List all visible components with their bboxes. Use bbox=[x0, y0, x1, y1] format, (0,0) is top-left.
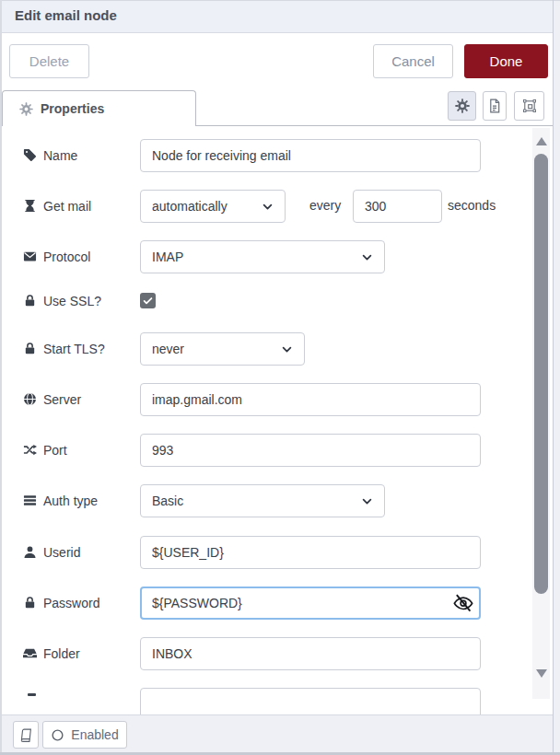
field-label-protocol: Protocol bbox=[23, 249, 90, 264]
eye-slash-icon bbox=[453, 593, 473, 613]
properties-form: Name Get mail automatically every second… bbox=[0, 126, 554, 714]
node-enabled-toggle[interactable]: Enabled bbox=[42, 721, 127, 749]
start-tls-select[interactable]: never bbox=[140, 332, 305, 366]
folder-input[interactable] bbox=[140, 637, 481, 670]
shuffle-icon bbox=[23, 443, 37, 457]
field-label-auth-type: Auth type bbox=[23, 493, 98, 508]
auth-type-select[interactable]: Basic bbox=[140, 484, 385, 517]
toggle-password-visibility-button[interactable] bbox=[453, 593, 473, 613]
dialog-left-border bbox=[0, 0, 2, 752]
chevron-down-icon bbox=[262, 201, 274, 213]
gear-icon bbox=[455, 99, 470, 113]
every-label: every bbox=[309, 198, 341, 214]
tab-properties[interactable]: Properties bbox=[2, 90, 196, 126]
field-label-use-ssl: Use SSL? bbox=[23, 293, 101, 308]
partial-field-icon bbox=[28, 693, 36, 696]
gear-icon bbox=[19, 102, 33, 116]
appearance-view-button[interactable] bbox=[514, 91, 544, 121]
dialog-title: Edit email node bbox=[0, 0, 554, 31]
field-label-password: Password bbox=[23, 595, 99, 610]
field-label-start-tls: Start TLS? bbox=[23, 341, 105, 356]
chevron-down-icon bbox=[281, 343, 293, 355]
server-input[interactable] bbox=[140, 383, 481, 416]
port-input[interactable] bbox=[140, 434, 481, 467]
field-label-name: Name bbox=[23, 147, 77, 163]
field-label-port: Port bbox=[23, 442, 67, 458]
scrollbar-thumb[interactable] bbox=[534, 154, 548, 594]
dialog-right-margin bbox=[554, 0, 560, 755]
artboard-icon bbox=[522, 99, 537, 113]
dialog-top-border bbox=[0, 0, 560, 1]
globe-icon bbox=[23, 392, 37, 406]
use-ssl-checkbox[interactable] bbox=[140, 293, 156, 308]
chevron-down-icon bbox=[361, 251, 373, 263]
lock-icon bbox=[23, 294, 37, 308]
stack-icon bbox=[23, 494, 37, 507]
user-icon bbox=[23, 545, 37, 559]
file-icon bbox=[487, 99, 502, 113]
check-icon bbox=[142, 295, 154, 307]
description-view-button[interactable] bbox=[483, 91, 507, 121]
chevron-down-icon bbox=[361, 495, 373, 507]
field-label-folder: Folder bbox=[23, 645, 80, 661]
node-info-button[interactable] bbox=[13, 721, 39, 749]
lock-icon bbox=[23, 596, 37, 610]
cancel-button[interactable]: Cancel bbox=[373, 44, 453, 78]
name-input[interactable] bbox=[140, 139, 481, 172]
hourglass-icon bbox=[23, 199, 37, 213]
get-mail-select[interactable]: automatically bbox=[140, 190, 286, 223]
scroll-down-button[interactable] bbox=[536, 669, 547, 678]
scroll-up-button[interactable] bbox=[536, 137, 547, 145]
tab-properties-label: Properties bbox=[41, 101, 104, 116]
password-input[interactable] bbox=[140, 587, 481, 620]
interval-input[interactable] bbox=[353, 190, 442, 223]
seconds-label: seconds bbox=[448, 198, 496, 214]
field-label-userid: Userid bbox=[23, 544, 80, 560]
inbox-icon bbox=[23, 646, 37, 660]
tag-icon bbox=[23, 148, 37, 162]
book-icon bbox=[19, 728, 33, 742]
userid-input[interactable] bbox=[140, 536, 481, 569]
circle-icon bbox=[51, 728, 64, 742]
field-label-get-mail: Get mail bbox=[23, 198, 91, 214]
enabled-label: Enabled bbox=[71, 727, 118, 742]
field-label-server: Server bbox=[23, 391, 81, 407]
delete-button[interactable]: Delete bbox=[9, 44, 89, 78]
edit-email-node-dialog: Edit email node Delete Cancel Done Prope… bbox=[0, 0, 560, 755]
properties-view-button[interactable] bbox=[448, 91, 476, 121]
envelope-icon bbox=[23, 250, 37, 263]
partial-field-input[interactable] bbox=[140, 688, 481, 714]
dialog-right-border bbox=[553, 0, 554, 755]
lock-icon bbox=[23, 342, 37, 355]
dialog-header: Edit email node bbox=[0, 0, 554, 33]
done-button[interactable]: Done bbox=[464, 44, 548, 78]
protocol-select[interactable]: IMAP bbox=[140, 240, 385, 273]
